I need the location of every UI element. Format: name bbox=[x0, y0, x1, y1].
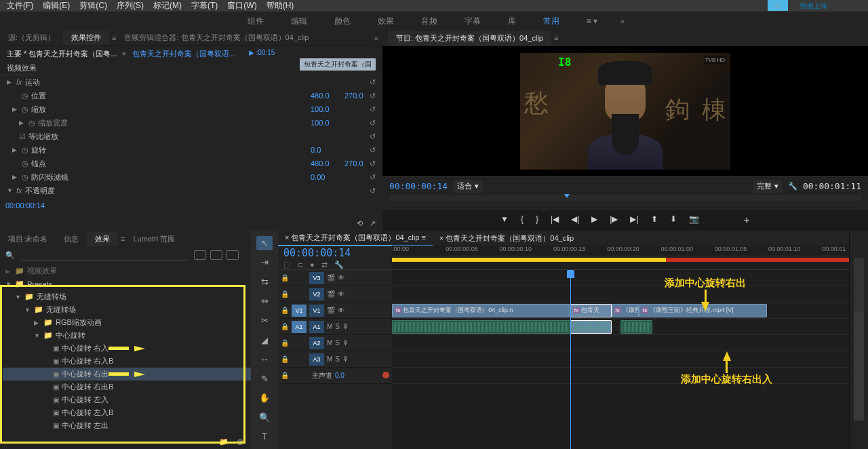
new-bin-icon[interactable]: 📁 bbox=[219, 437, 229, 446]
menu-item[interactable]: 剪辑(C) bbox=[79, 0, 107, 12]
step-forward-icon[interactable]: |▶ bbox=[610, 214, 618, 227]
effect-property-row[interactable]: ◷锚点480.0270.0↺ bbox=[3, 157, 382, 170]
timeline-timecode[interactable]: 00:00:00:14 bbox=[283, 247, 387, 259]
program-preview[interactable]: I8 TVB HD 愁 鉤 棟 bbox=[382, 46, 868, 176]
sequence-settings-icon[interactable]: ⇄ bbox=[321, 260, 328, 269]
tree-item[interactable]: ▣中心旋转 左出 bbox=[3, 419, 251, 432]
tree-item[interactable]: ▣中心旋转 左入 bbox=[3, 393, 251, 406]
workspace-tab[interactable]: 颜色 bbox=[330, 13, 355, 30]
audio-track-header[interactable]: 🔒A1A1MS🎙 bbox=[278, 319, 392, 335]
rate-stretch-tool[interactable]: ✂ bbox=[256, 313, 273, 328]
workspace-tab[interactable]: 库 bbox=[504, 13, 520, 30]
program-scrubber[interactable] bbox=[389, 195, 861, 201]
workspace-tab[interactable]: 效果 bbox=[374, 13, 398, 30]
tree-item[interactable]: ▼📁无缝转场 bbox=[3, 303, 251, 316]
pen-tool[interactable]: ✎ bbox=[256, 372, 273, 386]
filter-icon-1[interactable] bbox=[194, 250, 206, 260]
snap-icon[interactable]: ⬚ bbox=[283, 260, 290, 269]
wrench-icon[interactable]: 🔧 bbox=[334, 260, 344, 269]
effect-property-row[interactable]: ▶◷旋转0.0↺ bbox=[3, 143, 382, 157]
panel-overflow-icon[interactable]: » bbox=[370, 34, 382, 42]
audio-clip[interactable] bbox=[620, 320, 652, 334]
project-tab[interactable]: Lumetri 范围 bbox=[125, 232, 183, 246]
export-frame-icon[interactable]: 📷 bbox=[689, 214, 699, 227]
video-track-lane[interactable] bbox=[392, 270, 849, 286]
type-tool[interactable]: T bbox=[256, 429, 273, 444]
settings-icon[interactable]: 🔧 bbox=[788, 182, 797, 191]
workspace-overflow-icon[interactable]: » bbox=[620, 17, 625, 25]
export-icon[interactable]: ↗ bbox=[370, 219, 376, 228]
audio-track-lane[interactable] bbox=[392, 335, 849, 351]
sync-icon[interactable]: ∞ bbox=[768, 0, 788, 11]
go-to-in-icon[interactable]: |◀ bbox=[551, 214, 559, 227]
video-clip[interactable]: fx《康熙 bbox=[612, 304, 639, 317]
workspace-tab[interactable]: 字幕 bbox=[460, 13, 485, 30]
play-icon[interactable]: ▶ bbox=[591, 214, 597, 227]
tree-item[interactable]: ▣中心旋转 右入B bbox=[3, 355, 251, 368]
playhead[interactable] bbox=[570, 270, 571, 449]
menu-item[interactable]: 字幕(T) bbox=[191, 0, 218, 12]
menu-item[interactable]: 序列(S) bbox=[117, 0, 144, 12]
ec-sequence-link[interactable]: 包青天之开封奇案（国粤双语... bbox=[132, 49, 235, 59]
audio-track-lane[interactable] bbox=[392, 319, 849, 335]
extract-icon[interactable]: ⬇ bbox=[670, 214, 677, 227]
selection-tool[interactable]: ↖ bbox=[256, 236, 273, 250]
workspace-tab[interactable]: 编辑 bbox=[287, 13, 311, 30]
razor-tool[interactable]: ◢ bbox=[256, 333, 273, 347]
effect-property-row[interactable]: ☑等比缩放↺ bbox=[3, 130, 382, 143]
loop-icon[interactable]: ⟲ bbox=[357, 219, 363, 228]
lift-icon[interactable]: ⬆ bbox=[651, 214, 658, 227]
audio-track-header[interactable]: 🔒A2MS🎙 bbox=[278, 335, 392, 351]
audio-clip[interactable] bbox=[570, 320, 612, 334]
video-track-lane[interactable]: fx包青天之开封奇案（国粤双语）04_clip.nfx包青天fx《康熙fx《康熙… bbox=[392, 302, 849, 319]
tree-item[interactable]: ▣中心旋转 右出B bbox=[3, 380, 251, 393]
workspace-tab[interactable]: 组件 bbox=[243, 13, 268, 30]
linked-selection-icon[interactable]: ⊂ bbox=[297, 260, 303, 269]
tree-item[interactable]: ▼📁无缝转场 bbox=[3, 290, 251, 303]
effect-property-row[interactable]: ▶fx运动↺ bbox=[3, 75, 382, 89]
effect-property-row[interactable]: ▼fx不透明度↺ bbox=[3, 184, 382, 197]
source-tab[interactable]: 效果控件 bbox=[63, 31, 109, 45]
ripple-edit-tool[interactable]: ⇆ bbox=[256, 275, 273, 289]
button-editor-icon[interactable]: + bbox=[744, 214, 750, 227]
effect-property-row[interactable]: ▶◷缩放100.0↺ bbox=[3, 102, 382, 116]
mark-in-icon[interactable]: { bbox=[521, 214, 524, 227]
effect-property-row[interactable]: ▶◷防闪烁滤镜0.00↺ bbox=[3, 170, 382, 184]
step-back-icon[interactable]: ◀| bbox=[571, 214, 579, 227]
source-tab[interactable]: 音频剪辑混合器: 包青天之开封奇案（国粤双语）04_clip bbox=[116, 31, 317, 45]
mark-out-icon[interactable]: } bbox=[536, 214, 538, 227]
tree-item[interactable]: ▼📁Presets bbox=[3, 277, 251, 290]
menu-item[interactable]: 文件(F) bbox=[7, 0, 33, 12]
video-track-header[interactable]: 🔒V1V1🎬👁 bbox=[278, 302, 392, 319]
filter-icon-2[interactable] bbox=[210, 250, 222, 260]
menu-item[interactable]: 标记(M) bbox=[153, 0, 182, 12]
sequence-tab[interactable]: × 包青天之开封奇案（国粤双语）04_clip ≡ bbox=[278, 231, 433, 246]
rolling-edit-tool[interactable]: ⇔ bbox=[256, 294, 273, 309]
video-track-header[interactable]: 🔒V2🎬👁 bbox=[278, 286, 392, 302]
marker-tool-icon[interactable]: ● bbox=[310, 260, 315, 269]
filter-icon-3[interactable] bbox=[226, 250, 239, 260]
program-tab[interactable]: 节目: 包青天之开封奇案（国粤双语）04_clip bbox=[388, 31, 551, 45]
effect-property-row[interactable]: ▶◷缩放宽度100.0↺ bbox=[3, 116, 382, 130]
audio-track-header[interactable]: 🔒A3MS🎙 bbox=[278, 351, 392, 368]
tree-item[interactable]: ▣中心旋转 右入 bbox=[3, 342, 251, 355]
workspace-dropdown-icon[interactable]: ≡ ▾ bbox=[583, 14, 601, 28]
menu-item[interactable]: 窗口(W) bbox=[227, 0, 256, 12]
timeline-ruler[interactable]: :00:0000:00:00:0500:00:00:1000:00:00:150… bbox=[392, 246, 849, 269]
search-input[interactable] bbox=[20, 250, 189, 260]
video-track-lane[interactable] bbox=[392, 286, 849, 302]
work-area-bar[interactable] bbox=[392, 258, 849, 262]
workspace-tab[interactable]: 音频 bbox=[417, 13, 441, 30]
add-marker-icon[interactable]: ▼ bbox=[500, 214, 509, 227]
delete-icon[interactable]: 🗑 bbox=[237, 437, 244, 446]
master-track-header[interactable]: 🔒主声道0.0 bbox=[278, 368, 392, 384]
panel-menu-icon[interactable]: ≡ bbox=[554, 34, 558, 42]
program-timecode-left[interactable]: 00:00:00:14 bbox=[389, 181, 448, 191]
video-track-header[interactable]: 🔒V3🎬👁 bbox=[278, 270, 392, 286]
tree-item[interactable]: ▶📁RGB缩放动画 bbox=[3, 316, 251, 329]
source-tab[interactable]: 源:（无剪辑） bbox=[0, 31, 63, 45]
tree-item[interactable]: ▶📁视频效果 bbox=[3, 265, 251, 277]
go-to-out-icon[interactable]: ▶| bbox=[630, 214, 638, 227]
project-tab[interactable]: 效果 bbox=[87, 232, 118, 246]
effect-property-row[interactable]: ◷位置480.0270.0↺ bbox=[3, 89, 382, 102]
